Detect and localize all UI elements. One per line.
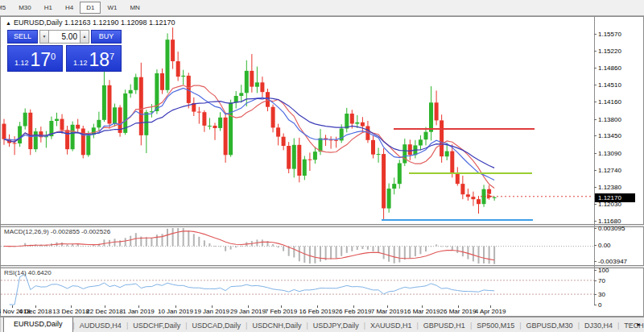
tab-scroll-right-icon[interactable]: ► <box>636 322 642 327</box>
price-axis-label: 1.14510 <box>598 81 621 89</box>
chart-tab-audusd-h4[interactable]: AUDUSD,H4 <box>75 319 126 332</box>
date-axis-label: 22 Dec 2018 <box>86 308 122 315</box>
timeframe-button-w1[interactable]: W1 <box>101 2 123 14</box>
chart-tab-eurusd-daily[interactable]: EURUSD,Daily <box>3 317 73 332</box>
macd-axis-label: -0.003947 <box>598 258 627 265</box>
date-axis-label: 4 Dec 2018 <box>19 308 52 315</box>
candle-up-icon: ▲ <box>6 20 11 26</box>
rsi-axis-label: 0 <box>598 301 601 309</box>
date-axis-label: 4 Apr 2019 <box>475 308 506 315</box>
buy-price-sup: 7 <box>109 52 114 61</box>
current-price-label: 1.12170 <box>595 193 635 202</box>
price-axis-label: 1.13450 <box>598 132 621 139</box>
buy-price-prefix: 1.12 <box>73 59 88 67</box>
timeframe-button-m5[interactable]: M5 <box>0 2 12 14</box>
rsi-axis-label: 100 <box>598 267 609 274</box>
chart-tab-usdcnh-daily[interactable]: USDCNH,Daily <box>247 319 306 332</box>
volume-decrease-button[interactable]: ▼ <box>39 30 49 44</box>
axis-divider <box>594 17 595 305</box>
chart-tab-dj30-h4[interactable]: DJ30,H4 <box>580 319 617 332</box>
chart-tab-gbpusd-m30[interactable]: GBPUSD,M30 <box>522 319 578 332</box>
sell-price-panel[interactable]: 1.12170 <box>7 45 63 72</box>
chart-window[interactable]: ▲EURUSD,Daily 1.12163 1.12190 1.12098 1.… <box>0 16 644 317</box>
volume-input[interactable] <box>49 30 80 44</box>
timeframe-button-h4[interactable]: H4 <box>59 2 80 14</box>
date-axis-label: 26 Mar 2019 <box>440 308 477 315</box>
timeframe-button-m30[interactable]: M30 <box>12 2 38 14</box>
chart-tab-usdjpy-daily[interactable]: USDJPY,Daily <box>308 319 364 332</box>
rsi-axis-label: 70 <box>598 277 605 284</box>
chart-header: ▲EURUSD,Daily 1.12163 1.12190 1.12098 1.… <box>6 19 175 27</box>
buy-button[interactable]: BUY <box>91 30 122 44</box>
chart-symbol-period: EURUSD,Daily <box>14 19 63 27</box>
chart-tab-sp500-m15[interactable]: SP500,M15 <box>472 319 519 332</box>
tab-scroll-arrows: ◄ ► <box>626 317 642 332</box>
date-axis-label: 7 Feb 2019 <box>265 308 297 315</box>
rsi-pane[interactable] <box>1 268 594 305</box>
chart-tab-bar: EURUSD,Daily|AUDUSD,H4|USDCHF,Daily|USDC… <box>0 317 644 332</box>
price-axis-label: 1.13090 <box>598 150 621 157</box>
chart-tab-usdcad-daily[interactable]: USDCAD,Daily <box>188 319 246 332</box>
price-axis-label: 1.15570 <box>598 31 621 38</box>
date-axis-label: 19 Jan 2019 <box>194 308 229 315</box>
price-axis-label: 1.14860 <box>598 64 621 72</box>
price-axis-label: 1.14160 <box>598 98 621 106</box>
price-axis-label: 1.15220 <box>598 48 621 55</box>
price-axis-label: 1.12740 <box>598 167 621 174</box>
buy-price-big: 18 <box>89 51 109 69</box>
price-axis-label: 1.11680 <box>598 218 621 225</box>
sell-price-prefix: 1.12 <box>14 59 29 67</box>
sell-price-big: 17 <box>30 51 51 69</box>
chart-tab-usdchf-daily[interactable]: USDCHF,Daily <box>128 319 185 332</box>
sell-price-sup: 0 <box>51 52 56 61</box>
date-axis-label: 26 Feb 2019 <box>336 308 372 315</box>
macd-label: MACD(12,26,9) -0.002855 -0.002526 <box>4 228 110 235</box>
price-axis-label: 1.12380 <box>598 184 621 191</box>
buy-price-panel[interactable]: 1.12187 <box>66 45 122 72</box>
timeframe-button-h1[interactable]: H1 <box>38 2 59 14</box>
date-axis-label: 16 Feb 2019 <box>299 308 336 315</box>
rsi-label: RSI(14) 40.6420 <box>4 269 52 276</box>
tabbar-left-edge <box>0 317 1 332</box>
macd-axis-label: 0.00 <box>598 242 611 249</box>
timeframe-button-mn[interactable]: MN <box>123 2 146 14</box>
one-click-trading-panel: SELL ▼ ▲ BUY 1.12170 1.12187 <box>7 30 122 72</box>
chart-tab-gbpusd-h1[interactable]: GBPUSD,H1 <box>419 319 470 332</box>
timeframe-button-d1[interactable]: D1 <box>80 2 101 14</box>
timeframe-buttons: M5M30H1H4D1W1MN <box>0 2 147 14</box>
mt4-terminal: M5M30H1H4D1W1MN ▲EURUSD,Daily 1.12163 1.… <box>0 0 644 332</box>
timeframe-toolbar: M5M30H1H4D1W1MN <box>0 0 644 16</box>
date-axis-label: 10 Jan 2019 <box>158 308 193 315</box>
date-axis: 24 Nov 20184 Dec 201813 Dec 201822 Dec 2… <box>1 305 594 316</box>
chart-tab-xauusd-h1[interactable]: XAUUSD,H1 <box>365 319 417 332</box>
rsi-axis-label: 30 <box>598 291 605 298</box>
date-axis-label: 7 Mar 2019 <box>371 308 403 315</box>
date-axis-label: 1 Jan 2019 <box>122 308 155 315</box>
sell-button[interactable]: SELL <box>7 30 38 44</box>
price-axis-label: 1.13800 <box>598 116 621 123</box>
date-axis-label: 16 Mar 2019 <box>404 308 440 315</box>
macd-axis-label: 0.003095 <box>598 225 625 232</box>
date-axis-label: 13 Dec 2018 <box>52 308 89 315</box>
chart-ohlc-values: 1.12163 1.12190 1.12098 1.12170 <box>64 19 175 27</box>
volume-increase-button[interactable]: ▲ <box>80 30 89 44</box>
date-axis-label: 29 Jan 2019 <box>230 308 266 315</box>
tab-scroll-left-icon[interactable]: ◄ <box>626 322 632 327</box>
